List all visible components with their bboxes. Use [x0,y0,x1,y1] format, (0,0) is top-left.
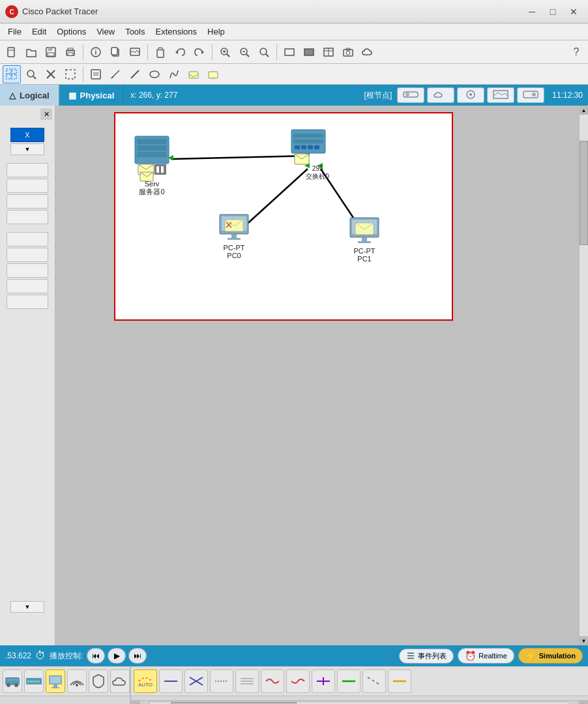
forward-button[interactable]: ⏭ [128,648,147,664]
pencil-tool[interactable] [106,65,125,83]
panel-btn-6[interactable] [7,248,48,262]
panel-btn-2[interactable] [7,179,48,193]
scroll-left-button[interactable]: ◀ [131,701,140,705]
screenshot-button[interactable] [339,43,357,61]
new-button[interactable] [3,43,21,61]
tab-ctrl-landscape[interactable] [487,87,514,103]
print-button[interactable] [61,43,80,61]
pdu-tool[interactable] [184,65,203,83]
cable-phone[interactable] [235,669,259,693]
tab-ctrl-cloud[interactable] [427,87,454,103]
panel-dropdown[interactable]: ▼ [10,143,44,155]
table-button[interactable] [319,43,338,61]
realtime-button[interactable]: ⏰ Realtime [458,648,514,664]
zoom-tool[interactable] [22,65,40,83]
cable-fiber[interactable] [210,669,233,693]
hscroll-thumb[interactable] [171,702,297,705]
cable-coax[interactable] [388,669,411,693]
freeform-tool[interactable] [165,65,183,83]
event-list-button[interactable]: 事件列表 [399,649,454,664]
cable-serial-dte[interactable] [286,669,310,693]
close-button[interactable]: ✕ [565,5,583,19]
device-router[interactable] [3,669,22,693]
panel-close-button[interactable]: ✕ [40,108,52,120]
cable-auto[interactable]: AUTO [134,669,157,693]
device-cloud[interactable] [110,669,130,693]
scroll-thumb[interactable] [580,141,588,245]
tab-ctrl-switch[interactable] [517,87,544,103]
image-button[interactable] [126,43,144,61]
cable-serial-dce[interactable] [261,669,284,693]
info-button[interactable]: i [87,43,105,61]
scroll-down-button[interactable]: ▼ [580,636,588,645]
play-button[interactable]: ▶ [108,648,126,664]
rect-button[interactable] [280,43,299,61]
device-switch[interactable] [24,669,44,693]
root-node-label: [根节点] [364,90,392,101]
tab-physical[interactable]: ▦ Physical [59,85,125,106]
select-tool[interactable] [3,65,21,83]
panel-btn-7[interactable] [7,263,48,278]
tab-logical[interactable]: △ Logical [0,85,59,106]
tab-ctrl-1[interactable] [397,87,424,103]
help-button[interactable]: ? [567,43,585,61]
device-wireless[interactable] [67,669,87,693]
cable-straight[interactable] [159,669,183,693]
simulation-button[interactable]: ⚡ Simulation [518,648,583,664]
network-diagram[interactable]: Serv 服务器0 [114,112,453,321]
menu-edit[interactable]: Edit [27,25,51,38]
panel-btn-1[interactable] [7,163,48,177]
paste-button[interactable] [151,43,169,61]
menu-help[interactable]: Help [202,25,230,38]
canvas-area[interactable]: Serv 服务器0 [55,106,579,645]
menu-view[interactable]: View [91,25,120,38]
save-button[interactable] [42,43,60,61]
scroll-right-button[interactable]: ▶ [579,701,588,705]
zoom-out-button[interactable] [235,43,254,61]
panel-bottom-btn[interactable]: ▼ [10,601,44,613]
minimize-button[interactable]: ─ [523,5,541,19]
device-security[interactable] [89,669,108,693]
back-button[interactable]: ⏮ [87,648,105,664]
scroll-track[interactable] [580,115,588,636]
undo-button[interactable] [171,43,189,61]
vertical-scrollbar[interactable]: ▲ ▼ [579,106,588,645]
panel-active-item[interactable]: X [10,128,44,142]
copy-button[interactable] [106,43,125,61]
cable-octal[interactable] [312,669,335,693]
maximize-button[interactable]: □ [544,5,562,19]
cable-usb[interactable] [337,669,360,693]
window-controls: ─ □ ✕ [523,5,583,19]
cable-crossover[interactable] [184,669,208,693]
tab-ctrl-3[interactable] [457,87,484,103]
svg-rect-89 [228,238,241,240]
menu-extensions[interactable]: Extensions [150,25,202,38]
panel-btn-9[interactable] [7,295,48,309]
open-button[interactable] [22,43,40,61]
panel-btn-4[interactable] [7,210,48,224]
svg-point-48 [150,71,159,78]
menu-options[interactable]: Options [51,25,91,38]
hscroll-track[interactable] [149,701,570,705]
delete-tool[interactable] [42,65,60,83]
redo-button[interactable] [190,43,209,61]
menu-tools[interactable]: Tools [120,25,150,38]
custom-pdu-tool[interactable]: ... [204,65,222,83]
select-all-tool[interactable] [61,65,80,83]
cable-console[interactable] [362,669,386,693]
panel-btn-3[interactable] [7,194,48,209]
panel-btn-8[interactable] [7,279,48,293]
horizontal-scrollbar[interactable]: ◀ ▶ [131,700,588,704]
scroll-up-button[interactable]: ▲ [580,106,588,115]
note-tool[interactable] [87,65,105,83]
panel-btn-5[interactable] [7,232,48,246]
line-tool[interactable] [126,65,144,83]
fill-rect-button[interactable] [300,43,318,61]
zoom-in-button[interactable] [216,43,234,61]
physical-tab-icon: ▦ [68,91,76,100]
device-pc[interactable] [46,669,65,693]
cloud-button[interactable] [359,43,377,61]
menu-file[interactable]: File [3,25,27,38]
zoom-reset-button[interactable] [255,43,273,61]
shape-tool[interactable] [145,65,164,83]
